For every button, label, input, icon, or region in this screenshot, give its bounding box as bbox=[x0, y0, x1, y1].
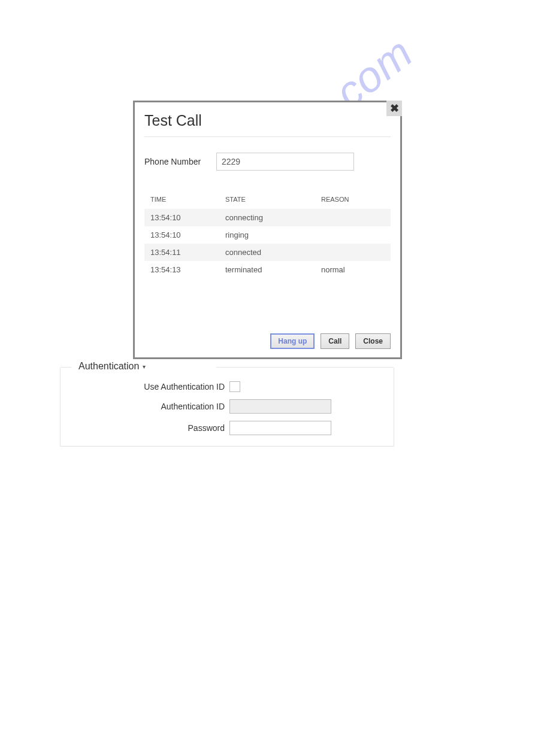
password-label: Password bbox=[61, 423, 229, 433]
divider bbox=[144, 136, 391, 137]
cell-reason bbox=[321, 230, 391, 239]
auth-id-input[interactable] bbox=[229, 399, 331, 414]
cell-time: 13:54:11 bbox=[150, 248, 225, 257]
cell-time: 13:54:10 bbox=[150, 213, 225, 222]
cell-time: 13:54:13 bbox=[150, 265, 225, 274]
dialog-title: Test Call bbox=[144, 110, 391, 136]
use-auth-id-checkbox[interactable] bbox=[229, 381, 240, 392]
cell-reason bbox=[321, 248, 391, 257]
col-time: TIME bbox=[150, 196, 225, 203]
cell-state: connecting bbox=[225, 213, 321, 222]
password-input[interactable] bbox=[229, 421, 331, 435]
call-button[interactable]: Call bbox=[321, 333, 349, 349]
table-row: 13:54:10 ringing bbox=[144, 226, 391, 244]
authentication-panel: Authentication ▾ Use Authentication ID A… bbox=[60, 368, 394, 447]
col-reason: REASON bbox=[321, 196, 391, 203]
use-auth-id-label: Use Authentication ID bbox=[61, 382, 229, 391]
close-icon[interactable]: ✖ bbox=[386, 101, 402, 116]
test-call-dialog: ✖ Test Call Phone Number TIME STATE REAS… bbox=[133, 101, 402, 359]
auth-id-label: Authentication ID bbox=[61, 402, 229, 411]
authentication-header[interactable]: Authentication ▾ bbox=[75, 361, 149, 372]
authentication-label: Authentication bbox=[78, 361, 139, 372]
cell-state: connected bbox=[225, 248, 321, 257]
phone-number-input[interactable] bbox=[216, 153, 354, 171]
cell-reason bbox=[321, 213, 391, 222]
call-log-table: TIME STATE REASON 13:54:10 connecting 13… bbox=[144, 192, 391, 278]
cell-state: terminated bbox=[225, 265, 321, 274]
hang-up-button[interactable]: Hang up bbox=[270, 333, 315, 349]
table-row: 13:54:11 connected bbox=[144, 244, 391, 261]
cell-state: ringing bbox=[225, 230, 321, 239]
chevron-down-icon: ▾ bbox=[143, 363, 146, 370]
phone-number-label: Phone Number bbox=[144, 157, 216, 166]
cell-time: 13:54:10 bbox=[150, 230, 225, 239]
table-row: 13:54:13 terminated normal bbox=[144, 261, 391, 278]
cell-reason: normal bbox=[321, 265, 391, 274]
col-state: STATE bbox=[225, 196, 321, 203]
close-button[interactable]: Close bbox=[355, 333, 391, 349]
table-row: 13:54:10 connecting bbox=[144, 209, 391, 226]
